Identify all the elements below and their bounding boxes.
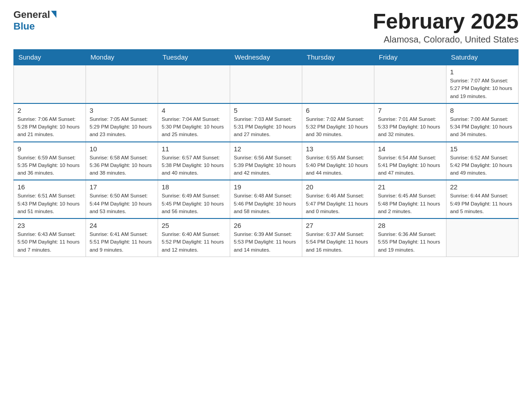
calendar-cell: 15Sunrise: 6:52 AM Sunset: 5:42 PM Dayli…: [446, 142, 519, 180]
logo-blue-text: Blue: [13, 21, 35, 32]
day-number: 11: [162, 145, 226, 153]
day-info: Sunrise: 7:06 AM Sunset: 5:28 PM Dayligh…: [17, 116, 82, 139]
day-info: Sunrise: 6:51 AM Sunset: 5:43 PM Dayligh…: [17, 192, 82, 215]
day-number: 9: [17, 145, 82, 153]
day-info: Sunrise: 6:48 AM Sunset: 5:46 PM Dayligh…: [234, 192, 298, 215]
day-number: 19: [234, 183, 298, 191]
calendar-cell: 21Sunrise: 6:45 AM Sunset: 5:48 PM Dayli…: [374, 180, 446, 218]
calendar-week-row: 2Sunrise: 7:06 AM Sunset: 5:28 PM Daylig…: [14, 103, 519, 142]
calendar-cell: 17Sunrise: 6:50 AM Sunset: 5:44 PM Dayli…: [86, 180, 158, 218]
logo-general-text: General: [13, 9, 50, 21]
calendar-table: SundayMondayTuesdayWednesdayThursdayFrid…: [13, 49, 519, 257]
day-number: 24: [90, 222, 154, 229]
day-number: 28: [378, 222, 442, 229]
day-number: 20: [306, 183, 370, 191]
title-section: February 2025 Alamosa, Colorado, United …: [373, 9, 519, 45]
calendar-week-row: 1Sunrise: 7:07 AM Sunset: 5:27 PM Daylig…: [14, 65, 519, 103]
day-number: 13: [306, 145, 370, 153]
day-info: Sunrise: 6:57 AM Sunset: 5:38 PM Dayligh…: [162, 154, 226, 177]
day-info: Sunrise: 6:55 AM Sunset: 5:40 PM Dayligh…: [306, 154, 370, 177]
calendar-cell: 1Sunrise: 7:07 AM Sunset: 5:27 PM Daylig…: [446, 65, 519, 103]
location-subtitle: Alamosa, Colorado, United States: [373, 34, 519, 45]
day-number: 6: [306, 107, 370, 114]
calendar-cell: 16Sunrise: 6:51 AM Sunset: 5:43 PM Dayli…: [14, 180, 86, 218]
day-info: Sunrise: 6:52 AM Sunset: 5:42 PM Dayligh…: [450, 154, 515, 177]
day-info: Sunrise: 7:02 AM Sunset: 5:32 PM Dayligh…: [306, 116, 370, 139]
day-info: Sunrise: 6:41 AM Sunset: 5:51 PM Dayligh…: [90, 231, 154, 254]
calendar-cell: 2Sunrise: 7:06 AM Sunset: 5:28 PM Daylig…: [14, 103, 86, 142]
calendar-cell: [14, 65, 86, 103]
day-number: 2: [17, 107, 82, 114]
month-title: February 2025: [373, 9, 519, 34]
calendar-cell: 26Sunrise: 6:39 AM Sunset: 5:53 PM Dayli…: [230, 218, 302, 257]
calendar-cell: 10Sunrise: 6:58 AM Sunset: 5:36 PM Dayli…: [86, 142, 158, 180]
day-number: 7: [378, 107, 442, 114]
day-number: 3: [90, 107, 154, 114]
day-number: 4: [162, 107, 226, 114]
day-number: 5: [234, 107, 298, 114]
day-info: Sunrise: 7:00 AM Sunset: 5:34 PM Dayligh…: [450, 116, 515, 139]
calendar-cell: 19Sunrise: 6:48 AM Sunset: 5:46 PM Dayli…: [230, 180, 302, 218]
day-info: Sunrise: 6:37 AM Sunset: 5:54 PM Dayligh…: [306, 231, 370, 254]
day-number: 17: [90, 183, 154, 191]
day-info: Sunrise: 7:05 AM Sunset: 5:29 PM Dayligh…: [90, 116, 154, 139]
day-number: 1: [450, 68, 515, 76]
calendar-cell: 3Sunrise: 7:05 AM Sunset: 5:29 PM Daylig…: [86, 103, 158, 142]
calendar-header-sunday: Sunday: [14, 50, 86, 65]
day-number: 10: [90, 145, 154, 153]
day-number: 14: [378, 145, 442, 153]
calendar-cell: 7Sunrise: 7:01 AM Sunset: 5:33 PM Daylig…: [374, 103, 446, 142]
calendar-header-thursday: Thursday: [302, 50, 374, 65]
calendar-header-saturday: Saturday: [446, 50, 519, 65]
calendar-cell: 25Sunrise: 6:40 AM Sunset: 5:52 PM Dayli…: [158, 218, 230, 257]
calendar-cell: 18Sunrise: 6:49 AM Sunset: 5:45 PM Dayli…: [158, 180, 230, 218]
day-info: Sunrise: 7:01 AM Sunset: 5:33 PM Dayligh…: [378, 116, 442, 139]
day-info: Sunrise: 6:40 AM Sunset: 5:52 PM Dayligh…: [162, 231, 226, 254]
calendar-cell: [374, 65, 446, 103]
page-header: General Blue February 2025 Alamosa, Colo…: [13, 9, 519, 45]
calendar-header-wednesday: Wednesday: [230, 50, 302, 65]
calendar-cell: 14Sunrise: 6:54 AM Sunset: 5:41 PM Dayli…: [374, 142, 446, 180]
day-number: 8: [450, 107, 515, 114]
calendar-cell: 22Sunrise: 6:44 AM Sunset: 5:49 PM Dayli…: [446, 180, 519, 218]
calendar-week-row: 16Sunrise: 6:51 AM Sunset: 5:43 PM Dayli…: [14, 180, 519, 218]
calendar-header-row: SundayMondayTuesdayWednesdayThursdayFrid…: [14, 50, 519, 65]
day-info: Sunrise: 6:39 AM Sunset: 5:53 PM Dayligh…: [234, 231, 298, 254]
day-info: Sunrise: 6:46 AM Sunset: 5:47 PM Dayligh…: [306, 192, 370, 215]
calendar-cell: [86, 65, 158, 103]
day-info: Sunrise: 7:04 AM Sunset: 5:30 PM Dayligh…: [162, 116, 226, 139]
calendar-cell: 6Sunrise: 7:02 AM Sunset: 5:32 PM Daylig…: [302, 103, 374, 142]
day-info: Sunrise: 6:54 AM Sunset: 5:41 PM Dayligh…: [378, 154, 442, 177]
calendar-cell: 8Sunrise: 7:00 AM Sunset: 5:34 PM Daylig…: [446, 103, 519, 142]
calendar-cell: 28Sunrise: 6:36 AM Sunset: 5:55 PM Dayli…: [374, 218, 446, 257]
day-info: Sunrise: 6:49 AM Sunset: 5:45 PM Dayligh…: [162, 192, 226, 215]
calendar-cell: [302, 65, 374, 103]
day-info: Sunrise: 7:07 AM Sunset: 5:27 PM Dayligh…: [450, 77, 515, 100]
day-number: 25: [162, 222, 226, 229]
day-number: 27: [306, 222, 370, 229]
day-number: 16: [17, 183, 82, 191]
calendar-cell: [446, 218, 519, 257]
calendar-cell: 13Sunrise: 6:55 AM Sunset: 5:40 PM Dayli…: [302, 142, 374, 180]
calendar-week-row: 23Sunrise: 6:43 AM Sunset: 5:50 PM Dayli…: [14, 218, 519, 257]
calendar-header-monday: Monday: [86, 50, 158, 65]
calendar-header-tuesday: Tuesday: [158, 50, 230, 65]
day-info: Sunrise: 6:43 AM Sunset: 5:50 PM Dayligh…: [17, 231, 82, 254]
calendar-cell: [230, 65, 302, 103]
calendar-cell: 12Sunrise: 6:56 AM Sunset: 5:39 PM Dayli…: [230, 142, 302, 180]
day-info: Sunrise: 6:36 AM Sunset: 5:55 PM Dayligh…: [378, 231, 442, 254]
day-info: Sunrise: 6:50 AM Sunset: 5:44 PM Dayligh…: [90, 192, 154, 215]
day-number: 18: [162, 183, 226, 191]
logo: General Blue: [13, 9, 56, 32]
day-info: Sunrise: 6:44 AM Sunset: 5:49 PM Dayligh…: [450, 192, 515, 215]
day-number: 15: [450, 145, 515, 153]
calendar-header-friday: Friday: [374, 50, 446, 65]
calendar-cell: 20Sunrise: 6:46 AM Sunset: 5:47 PM Dayli…: [302, 180, 374, 218]
day-number: 12: [234, 145, 298, 153]
calendar-cell: 9Sunrise: 6:59 AM Sunset: 5:35 PM Daylig…: [14, 142, 86, 180]
day-info: Sunrise: 6:56 AM Sunset: 5:39 PM Dayligh…: [234, 154, 298, 177]
calendar-cell: 27Sunrise: 6:37 AM Sunset: 5:54 PM Dayli…: [302, 218, 374, 257]
calendar-cell: 4Sunrise: 7:04 AM Sunset: 5:30 PM Daylig…: [158, 103, 230, 142]
calendar-cell: [158, 65, 230, 103]
calendar-week-row: 9Sunrise: 6:59 AM Sunset: 5:35 PM Daylig…: [14, 142, 519, 180]
